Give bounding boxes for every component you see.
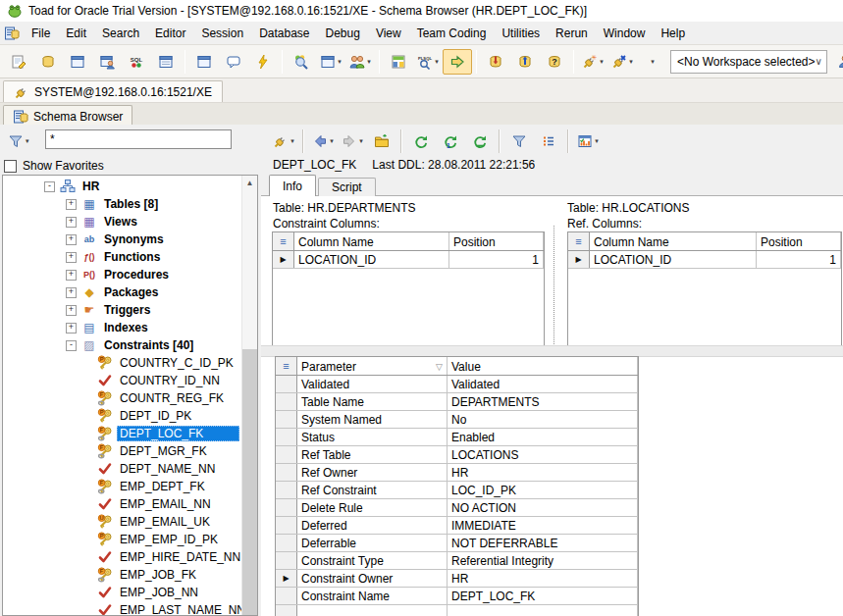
menu-item-window[interactable]: Window: [596, 24, 654, 43]
tree-node-emp_dept_fk[interactable]: FEMP_DEPT_FK: [3, 478, 241, 495]
tab-info[interactable]: Info: [269, 175, 316, 196]
open-window-button[interactable]: [63, 49, 92, 75]
tree-node-procedures[interactable]: +P()Procedures: [3, 266, 241, 283]
workspace-save-button[interactable]: [831, 49, 843, 75]
workspace-selector[interactable]: <No Workspace selected> ∨: [670, 50, 827, 74]
scroll-up-icon[interactable]: ▲: [242, 176, 257, 191]
vertical-splitter[interactable]: [553, 226, 566, 346]
commit-button[interactable]: [481, 49, 510, 75]
window-list-button[interactable]: ▾: [316, 49, 345, 75]
dropdown-arrow-icon[interactable]: ▾: [595, 137, 599, 145]
tree-node-country_id_nn[interactable]: COUNTRY_ID_NN: [3, 372, 241, 389]
tree-node-dept_loc_fk[interactable]: FDEPT_LOC_FK: [3, 425, 241, 442]
parameter-row[interactable]: Ref ConstraintLOC_ID_PK: [276, 482, 638, 499]
menu-item-help[interactable]: Help: [653, 24, 693, 43]
menu-item-utilities[interactable]: Utilities: [494, 24, 548, 43]
sort-descending-icon[interactable]: ▽: [436, 362, 443, 372]
menu-item-database[interactable]: Database: [251, 24, 317, 43]
tree-node-triggers[interactable]: +☛Triggers: [3, 301, 241, 319]
execute-button[interactable]: [443, 49, 472, 75]
view-options-button[interactable]: ▾: [573, 128, 603, 154]
new-editor-button[interactable]: [4, 49, 33, 75]
column-header-column-name[interactable]: Column Name: [590, 232, 757, 250]
parameter-row[interactable]: Constraint NameDEPT_LOC_FK: [276, 588, 638, 605]
parameter-row[interactable]: Ref OwnerHR: [276, 464, 638, 482]
object-search-button[interactable]: [287, 49, 316, 75]
new-connection-button[interactable]: ✳▾: [578, 49, 607, 75]
refresh-single-button[interactable]: 1: [436, 128, 465, 154]
parameter-row[interactable]: Constraint TypeReferential Integrity: [276, 552, 638, 570]
schema-browser-tab[interactable]: Schema Browser: [3, 105, 132, 127]
tree-node-indexes[interactable]: +▤Indexes: [3, 319, 241, 336]
connection-select-button[interactable]: ▾: [269, 128, 298, 154]
refresh-all-button[interactable]: [465, 128, 495, 154]
output-window-button[interactable]: [219, 49, 248, 75]
show-favorites-checkbox[interactable]: [4, 160, 17, 173]
favorites-list-button[interactable]: [534, 128, 563, 154]
menu-item-edit[interactable]: Edit: [58, 24, 94, 43]
column-header-column-name[interactable]: Column Name: [294, 232, 449, 250]
rollback-button[interactable]: [510, 49, 540, 75]
tree-node-dept_mgr_fk[interactable]: FDEPT_MGR_FK: [3, 442, 241, 460]
expand-icon[interactable]: +: [66, 234, 77, 245]
menu-item-session[interactable]: Session: [193, 24, 251, 43]
dropdown-arrow-icon[interactable]: ▾: [629, 58, 633, 66]
tree-node-emp_hire_date_nn[interactable]: EMP_HIRE_DATE_NN: [3, 548, 241, 566]
options-button[interactable]: [384, 49, 413, 75]
menu-item-team-coding[interactable]: Team Coding: [409, 24, 495, 43]
tree-node-tables[interactable]: +▦Tables [8]: [3, 195, 241, 213]
expand-icon[interactable]: +: [66, 252, 77, 263]
tree-node-dept_id_pk[interactable]: PDEPT_ID_PK: [3, 407, 241, 425]
tree-node-emp_emp_id_pk[interactable]: PEMP_EMP_ID_PK: [3, 531, 241, 548]
dropdown-arrow-icon[interactable]: ▾: [330, 137, 334, 145]
tree-node-emp_email_nn[interactable]: EMP_EMAIL_NN: [3, 495, 241, 513]
parameter-row[interactable]: Ref TableLOCATIONS: [276, 446, 638, 464]
grid-menu-icon[interactable]: ≡: [273, 232, 294, 250]
tree-node-dept_name_nn[interactable]: DEPT_NAME_NN: [3, 460, 241, 478]
dropdown-arrow-icon[interactable]: ▾: [367, 58, 371, 66]
collapse-icon[interactable]: -: [66, 340, 77, 351]
dropdown-arrow-icon[interactable]: ▾: [338, 58, 342, 66]
connection-tab[interactable]: SYSTEM@192.168.0.16:1521/XE: [3, 80, 223, 102]
column-header-value[interactable]: Value: [448, 357, 638, 375]
parameter-row[interactable]: DeferrableNOT DEFERRABLE: [276, 535, 638, 552]
tree-node-hr[interactable]: -HR: [3, 178, 241, 195]
dropdown-arrow-icon[interactable]: ▾: [435, 58, 439, 66]
parameter-row[interactable]: Table NameDEPARTMENTS: [276, 393, 638, 411]
refresh-object-button[interactable]: [406, 128, 436, 154]
parameter-row[interactable]: Delete RuleNO ACTION: [276, 499, 638, 517]
dropdown-arrow-icon[interactable]: ▾: [600, 58, 604, 66]
flash-button[interactable]: [248, 49, 278, 75]
tree-node-emp_email_uk[interactable]: UEMP_EMAIL_UK: [3, 513, 241, 531]
tree-node-functions[interactable]: +ƒ()Functions: [3, 248, 241, 266]
parameter-row[interactable]: ValidatedValidated: [276, 376, 638, 393]
forward-button[interactable]: ▾: [338, 128, 367, 154]
sql-monitor-button[interactable]: SQL: [122, 49, 151, 75]
describe-plsql-button[interactable]: PLSQL▾: [413, 49, 443, 75]
dropdown-arrow-icon[interactable]: ▾: [359, 137, 363, 145]
folder-button[interactable]: [367, 128, 396, 154]
column-header-position[interactable]: Position: [757, 232, 841, 250]
filter-button[interactable]: [504, 128, 534, 154]
collapse-icon[interactable]: -: [44, 181, 55, 192]
expand-icon[interactable]: +: [66, 217, 77, 228]
disconnect-button[interactable]: ▾: [607, 49, 637, 75]
dropdown-arrow-icon[interactable]: ▾: [290, 137, 294, 145]
tree-filter-input[interactable]: [45, 129, 232, 149]
menu-item-search[interactable]: Search: [94, 24, 147, 43]
tab-script[interactable]: Script: [318, 178, 376, 196]
dropdown-arrow-icon[interactable]: ▾: [651, 58, 655, 66]
expand-icon[interactable]: +: [66, 305, 77, 316]
grid-row[interactable]: ▶LOCATION_ID1: [273, 251, 544, 269]
session-browser-button[interactable]: [92, 49, 122, 75]
dropdown-arrow-icon[interactable]: ▾: [26, 137, 29, 145]
column-header-position[interactable]: Position: [449, 232, 544, 250]
tree-node-emp_job_nn[interactable]: EMP_JOB_NN: [3, 584, 241, 601]
menu-item-debug[interactable]: Debug: [318, 24, 368, 43]
expand-icon[interactable]: +: [66, 323, 77, 334]
menu-item-view[interactable]: View: [368, 24, 409, 43]
schema-browser-button[interactable]: [33, 49, 63, 75]
toolbar-overflow-button[interactable]: ▾: [637, 49, 666, 75]
parameter-row[interactable]: ▶Constraint OwnerHR: [276, 570, 638, 588]
tree-filter-button[interactable]: ▾: [4, 128, 33, 154]
